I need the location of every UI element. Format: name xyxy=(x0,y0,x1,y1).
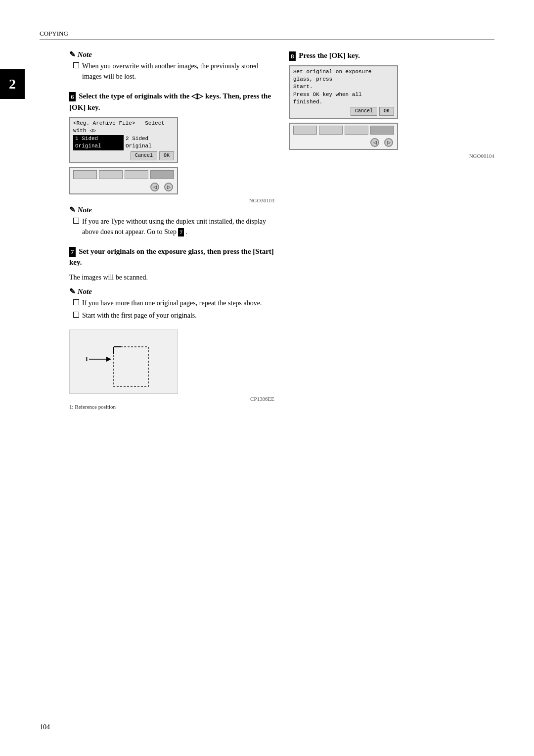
keyboard-mock-2: ◁ ▷ xyxy=(289,123,398,150)
lcd-ok-btn: OK xyxy=(159,151,174,160)
keyboard-bottom-row-2: ◁ ▷ xyxy=(290,137,397,149)
lcd2-ok-btn: OK xyxy=(379,107,394,116)
two-column-layout: Note When you overwrite with another ima… xyxy=(69,50,494,416)
nav-right-icon: ▷ xyxy=(164,183,173,191)
figure-caption-text: 1: Reference position xyxy=(69,404,274,410)
figure-exposure-glass: 1 xyxy=(69,330,178,394)
note-text-1a: When you overwrite with another images, … xyxy=(82,61,274,82)
note-item-3a: If you have more than one original pages… xyxy=(69,298,274,308)
keyboard-mock-1: ◁ ▷ xyxy=(69,167,178,194)
svg-rect-3 xyxy=(114,347,148,386)
step-6-text: Select the type of originals with the ◁▷… xyxy=(69,92,271,111)
note-item-1a: When you overwrite with another images, … xyxy=(69,61,274,82)
checkbox-icon-2a xyxy=(73,218,79,224)
lcd1-image-caption: NGO30103 xyxy=(69,197,274,203)
lcd-cancel-btn: Cancel xyxy=(131,151,157,160)
note-box-1: Note When you overwrite with another ima… xyxy=(69,50,274,82)
lcd2-buttons: Cancel OK xyxy=(293,107,394,116)
step-6-heading: 6 Select the type of originals with the … xyxy=(69,91,274,113)
key-rect-4 xyxy=(150,170,174,179)
note-title-2: Note xyxy=(69,205,274,214)
note-text-2a: If you are Type without using the duplex… xyxy=(82,216,274,237)
left-column: Note When you overwrite with another ima… xyxy=(69,50,274,416)
lcd-row-1: <Reg. Archive File> Select with ◁▷ xyxy=(73,120,174,135)
chapter-badge: 2 xyxy=(0,69,25,99)
right-column: 8 Press the [OK] key. Set original on ex… xyxy=(289,50,494,416)
lcd2-line2: Start. xyxy=(293,83,394,91)
key-rect-5 xyxy=(293,126,317,135)
lcd-line1: <Reg. Archive File> Select with ◁▷ xyxy=(73,120,174,135)
svg-text:1: 1 xyxy=(85,355,89,363)
step-7-number: 7 xyxy=(69,247,76,257)
checkbox-icon-1a xyxy=(73,62,79,68)
lcd-row-2: 1 Sided Original 2 Sided Original xyxy=(73,135,174,150)
note-item-2a: If you are Type without using the duplex… xyxy=(69,216,274,237)
keyboard-top-row-2 xyxy=(290,124,397,137)
nav-left-icon-2: ◁ xyxy=(370,138,379,147)
key-rect-7 xyxy=(345,126,368,135)
note-box-3: Note If you have more than one original … xyxy=(69,287,274,321)
note-item-3b: Start with the first page of your origin… xyxy=(69,310,274,321)
lcd-buttons-1: Cancel OK xyxy=(73,151,174,160)
step-7-heading: 7 Set your originals on the exposure gla… xyxy=(69,246,274,268)
step-8-text: Press the [OK] key. xyxy=(299,51,360,59)
figure-svg: 1 xyxy=(79,332,168,391)
lcd2-line1: Set original on exposure glass, press xyxy=(293,68,394,84)
step-6-number: 6 xyxy=(69,92,76,102)
nav-left-icon: ◁ xyxy=(150,183,159,191)
page-header: COPYING xyxy=(40,30,494,40)
keyboard-bottom-row-1: ◁ ▷ xyxy=(70,182,177,193)
keyboard-top-row-1 xyxy=(70,168,177,182)
checkbox-icon-3a xyxy=(73,299,79,305)
lcd-screen-2: Set original on exposure glass, press St… xyxy=(289,65,398,119)
lcd-screen-1: <Reg. Archive File> Select with ◁▷ 1 Sid… xyxy=(69,117,178,163)
step-7-text: Set your originals on the exposure glass… xyxy=(69,247,274,267)
lcd2-image-caption: NGO00104 xyxy=(289,153,494,159)
page-container: COPYING 2 Note When you overwrite with a… xyxy=(0,0,534,756)
note-title-3: Note xyxy=(69,287,274,296)
step-ref-icon: 7 xyxy=(178,228,184,236)
key-rect-8 xyxy=(370,126,394,135)
key-rect-1 xyxy=(73,170,97,179)
step-8-heading: 8 Press the [OK] key. xyxy=(289,50,494,61)
note-title-1: Note xyxy=(69,50,274,59)
main-content: Note When you overwrite with another ima… xyxy=(69,50,494,416)
checkbox-icon-3b xyxy=(73,312,79,318)
step-8-number: 8 xyxy=(289,51,296,61)
key-rect-6 xyxy=(319,126,343,135)
key-rect-3 xyxy=(125,170,148,179)
lcd-option1: 1 Sided Original xyxy=(73,135,124,150)
figure-image-caption: CP1386EE xyxy=(69,396,274,402)
svg-marker-1 xyxy=(106,357,111,362)
body-text-scanned: The images will be scanned. xyxy=(69,272,274,283)
page-number: 104 xyxy=(40,723,50,731)
nav-right-icon-2: ▷ xyxy=(384,138,393,147)
note-text-3b: Start with the first page of your origin… xyxy=(82,310,197,321)
lcd-option2: 2 Sided Original xyxy=(124,135,174,150)
lcd2-cancel-btn: Cancel xyxy=(351,107,377,116)
section-label: COPYING xyxy=(40,30,68,38)
note-box-2: Note If you are Type without using the d… xyxy=(69,205,274,237)
key-rect-2 xyxy=(99,170,123,179)
lcd2-line3: Press OK key when all finished. xyxy=(293,91,394,106)
note-text-3a: If you have more than one original pages… xyxy=(82,298,262,308)
